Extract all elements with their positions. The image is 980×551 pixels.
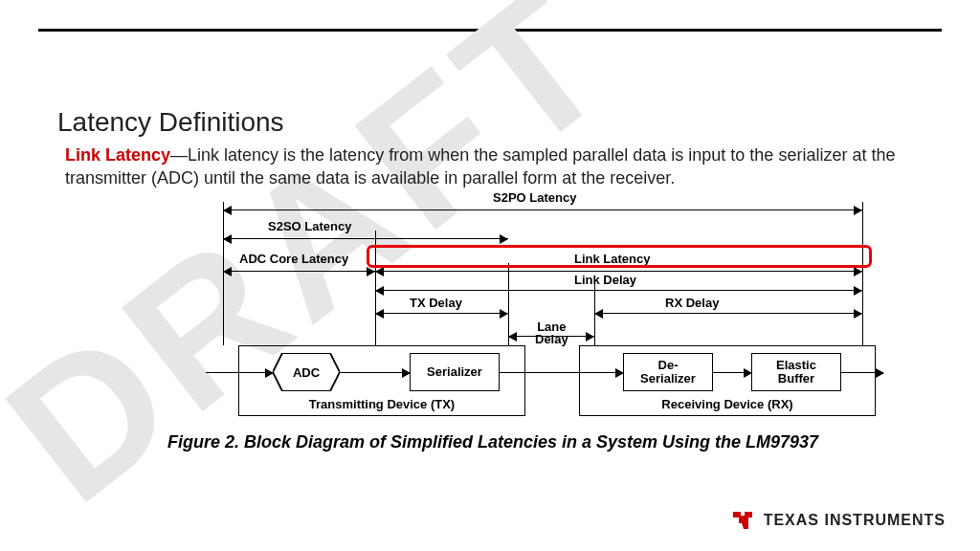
block-elastic-buffer-label: Elastic Buffer <box>776 359 816 386</box>
wire-in-adc <box>206 372 273 373</box>
figure-caption: Figure 2. Block Diagram of Simplified La… <box>62 432 924 452</box>
highlight-link-latency <box>367 245 872 268</box>
wire-adc-ser <box>340 372 410 373</box>
block-deserializer: De- Serializer <box>623 353 713 391</box>
definition-term: Link Latency <box>65 145 170 165</box>
ti-logo-text: TEXAS INSTRUMENTS <box>764 512 946 529</box>
label-lane-delay: Lane Delay <box>535 320 568 345</box>
label-adc-core: ADC Core Latency <box>239 252 348 266</box>
label-s2po: S2PO Latency <box>493 190 576 205</box>
wire-deser-eb <box>713 372 751 373</box>
arrow-s2so <box>223 238 508 239</box>
device-rx-label: Receiving Device (RX) <box>580 397 875 411</box>
wire-ser-deser <box>500 372 623 373</box>
definition-text: Link latency is the latency from when th… <box>65 145 895 187</box>
block-serializer-label: Serializer <box>427 365 482 379</box>
arrow-rx-delay <box>594 313 862 314</box>
label-rx-delay: RX Delay <box>665 296 719 310</box>
page-title: Latency Definitions <box>57 107 284 138</box>
block-deserializer-label: De- Serializer <box>640 359 696 386</box>
latency-diagram: S2PO Latency S2SO Latency ADC Core Laten… <box>177 196 885 426</box>
arrow-adc-core <box>223 271 375 272</box>
block-serializer: Serializer <box>410 353 500 391</box>
arrow-link-delay <box>375 290 862 291</box>
definition-paragraph: Link Latency—Link latency is the latency… <box>65 143 907 190</box>
block-adc: ADC <box>273 353 340 391</box>
label-tx-delay: TX Delay <box>410 296 462 310</box>
label-link-delay: Link Delay <box>574 273 636 287</box>
ti-logo: TEXAS INSTRUMENTS <box>731 509 946 532</box>
definition-dash: — <box>170 145 188 165</box>
tick-parallel-out <box>862 202 863 345</box>
device-tx-label: Transmitting Device (TX) <box>239 397 524 411</box>
arrow-lane-delay <box>508 336 594 337</box>
arrow-s2po <box>223 209 862 210</box>
ti-logo-icon <box>731 509 756 532</box>
block-adc-label: ADC <box>293 365 320 380</box>
arrow-link-latency <box>375 271 862 272</box>
wire-out <box>841 372 883 373</box>
block-elastic-buffer: Elastic Buffer <box>751 353 841 391</box>
arrow-tx-delay <box>375 313 508 314</box>
label-s2so: S2SO Latency <box>268 219 351 233</box>
